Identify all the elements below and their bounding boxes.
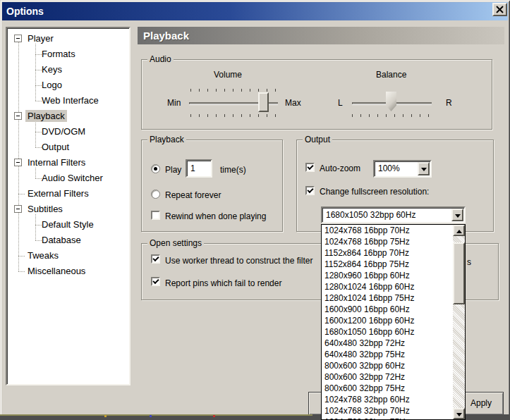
- tree-item-external-filters[interactable]: External Filters: [7, 186, 129, 202]
- scrollbar-up-button[interactable]: [453, 225, 465, 236]
- window-title: Options: [2, 6, 44, 17]
- resolution-option[interactable]: 1280x1024 16bpp 75Hz: [322, 292, 453, 304]
- tree-item-label: Tweaks: [25, 249, 61, 261]
- play-times-input[interactable]: 1: [186, 159, 212, 178]
- scrollbar-down-button[interactable]: [453, 408, 465, 419]
- tree-item-label: Player: [25, 32, 56, 44]
- resolution-option[interactable]: 1152x864 16bpp 70Hz: [322, 247, 453, 259]
- taskbar-pixel: [104, 415, 107, 417]
- resolution-option[interactable]: 1280x960 16bpp 60Hz: [322, 270, 453, 281]
- tree-item-label: External Filters: [25, 187, 91, 199]
- autozoom-label: Auto-zoom: [320, 163, 360, 173]
- taskbar-edge-line: [0, 414, 312, 416]
- volume-max-label: Max: [285, 98, 301, 108]
- options-tree[interactable]: PlayerFormatsKeysLogoWeb InterfacePlayba…: [6, 27, 130, 385]
- title-bar[interactable]: Options: [2, 2, 508, 20]
- balance-ticks-bottom: [352, 114, 432, 117]
- tree-item-label: Subtitles: [25, 203, 65, 215]
- zoom-combobox-arrow[interactable]: [418, 162, 430, 175]
- resolution-option[interactable]: 1152x864 16bpp 75Hz: [322, 259, 453, 270]
- resolution-option[interactable]: 1024x768 32bpp 75Hz: [322, 416, 453, 420]
- close-icon: [496, 6, 504, 13]
- tree-item-database[interactable]: Database: [7, 233, 129, 248]
- close-button[interactable]: [492, 3, 507, 16]
- resolution-option[interactable]: 1024x768 16bpp 70Hz: [322, 225, 453, 236]
- resolution-option[interactable]: 1600x900 16bpp 60Hz: [322, 304, 453, 315]
- resolution-option[interactable]: 800x600 32bpp 60Hz: [322, 360, 453, 371]
- tree-item-miscellaneous[interactable]: Miscellaneous: [7, 264, 129, 279]
- volume-slider-thumb[interactable]: [258, 92, 269, 112]
- chevron-down-icon: [421, 168, 427, 171]
- worker-thread-checkbox[interactable]: [151, 254, 160, 264]
- page-title: Playback: [138, 30, 189, 42]
- audio-group: Audio: [141, 59, 492, 130]
- tree-item-player[interactable]: Player: [7, 31, 129, 47]
- tree-item-output[interactable]: Output: [7, 140, 129, 155]
- dropdown-scrollbar[interactable]: [453, 225, 465, 419]
- rewind-label: Rewind when done playing: [165, 211, 266, 221]
- tree-item-internal-filters[interactable]: Internal Filters: [7, 155, 129, 171]
- balance-label: Balance: [376, 70, 406, 80]
- tree-item-web-interface[interactable]: Web Interface: [7, 93, 129, 109]
- tree-item-label: Playback: [25, 110, 67, 122]
- tree-expander-minus-icon[interactable]: [14, 35, 22, 42]
- chevron-down-icon: [455, 214, 461, 218]
- rewind-checkbox[interactable]: [151, 211, 160, 220]
- tree-expander-minus-icon[interactable]: [14, 205, 22, 213]
- resolution-combobox-value: 1680x1050 32bpp 60Hz: [326, 210, 415, 220]
- tree-expander-minus-icon[interactable]: [14, 159, 22, 166]
- resolution-options: 1024x768 16bpp 70Hz1024x768 16bpp 75Hz11…: [322, 225, 453, 420]
- tree-item-label: Web Interface: [40, 94, 101, 106]
- tree-item-tweaks[interactable]: Tweaks: [7, 248, 129, 264]
- resolution-option[interactable]: 1024x768 16bpp 75Hz: [322, 236, 453, 247]
- taskbar-pixel: [150, 415, 152, 417]
- tree-item-label: Audio Switcher: [40, 172, 105, 184]
- change-resolution-checkbox[interactable]: [305, 186, 315, 195]
- report-pins-checkbox[interactable]: [151, 277, 160, 286]
- play-radio-label: Play: [165, 165, 181, 175]
- chevron-up-icon: [456, 230, 462, 233]
- tree-item-dvd-ogm[interactable]: DVD/OGM: [7, 124, 129, 140]
- tree-item-formats[interactable]: Formats: [7, 47, 129, 62]
- tree-item-label: Output: [40, 141, 71, 153]
- resolution-option[interactable]: 800x600 32bpp 72Hz: [322, 371, 453, 383]
- tree-item-default-style[interactable]: Default Style: [7, 217, 129, 233]
- scrollbar-thumb[interactable]: [453, 242, 465, 304]
- resolution-option[interactable]: 640x480 32bpp 75Hz: [322, 349, 453, 360]
- options-dialog: Options PlayerFormatsKeysLogoWeb Interfa…: [0, 0, 510, 420]
- resolution-option[interactable]: 640x480 32bpp 72Hz: [322, 338, 453, 349]
- audio-group-legend: Audio: [147, 54, 174, 64]
- open-settings-legend: Open settings: [147, 238, 204, 248]
- tree-item-label: Formats: [40, 48, 78, 60]
- tree-item-keys[interactable]: Keys: [7, 62, 129, 78]
- tree-item-audio-switcher[interactable]: Audio Switcher: [7, 171, 129, 186]
- repeat-forever-radio[interactable]: [151, 190, 160, 199]
- tree-item-subtitles[interactable]: Subtitles: [7, 202, 129, 217]
- report-pins-label: Report pins which fail to render: [165, 278, 281, 288]
- resolution-combobox-arrow[interactable]: [451, 209, 463, 221]
- tree-item-label: Default Style: [40, 218, 96, 230]
- resolution-option[interactable]: 1280x1024 16bpp 60Hz: [322, 281, 453, 292]
- play-radio[interactable]: [151, 164, 160, 173]
- chevron-down-icon: [456, 413, 462, 416]
- resolution-dropdown-list[interactable]: 1024x768 16bpp 70Hz1024x768 16bpp 75Hz11…: [321, 224, 466, 420]
- playback-group-legend: Playback: [147, 135, 186, 144]
- output-group-legend: Output: [303, 135, 332, 144]
- resolution-option[interactable]: 1024x768 32bpp 60Hz: [322, 394, 453, 405]
- resolution-combobox[interactable]: 1680x1050 32bpp 60Hz: [321, 206, 466, 223]
- repeat-forever-label: Repeat forever: [165, 190, 221, 200]
- tree-item-logo[interactable]: Logo: [7, 78, 129, 93]
- tree-item-playback[interactable]: Playback: [7, 109, 129, 124]
- resolution-option[interactable]: 1600x1200 16bpp 60Hz: [322, 315, 453, 326]
- autozoom-checkbox[interactable]: [305, 163, 315, 172]
- resolution-option[interactable]: 1680x1050 16bpp 60Hz: [322, 326, 453, 338]
- page-header: Playback: [138, 27, 504, 44]
- tree-guide-stub: [18, 271, 25, 272]
- zoom-combobox[interactable]: 100%: [373, 160, 432, 178]
- resolution-option[interactable]: 1024x768 32bpp 70Hz: [322, 405, 453, 416]
- tree-expander-minus-icon[interactable]: [14, 112, 22, 120]
- tree-item-label: Logo: [40, 79, 64, 91]
- taskbar-pixel: [213, 415, 215, 417]
- resolution-option[interactable]: 800x600 32bpp 75Hz: [322, 383, 453, 394]
- balance-left-label: L: [338, 98, 343, 108]
